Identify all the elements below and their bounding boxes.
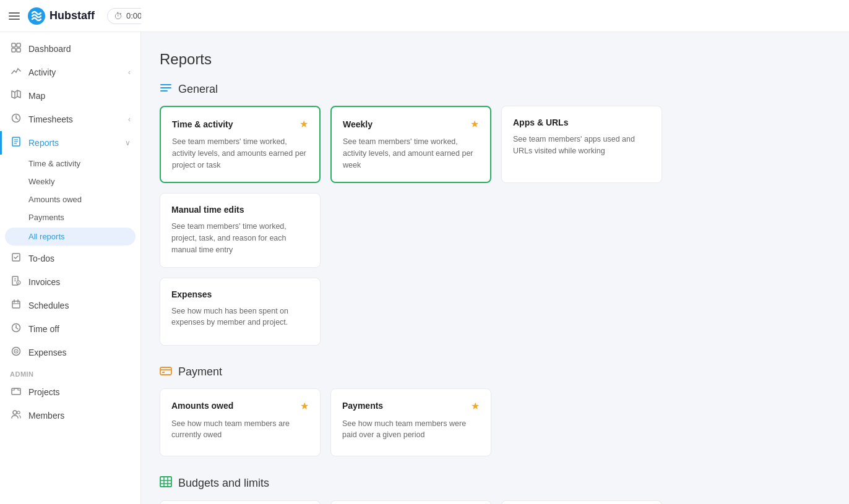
payment-section: Payment Amounts owed ★ See how much team… xyxy=(160,365,830,456)
general-section: General Time & activity ★ See team membe… xyxy=(160,83,830,346)
sidebar-item-activity[interactable]: Activity ‹ xyxy=(0,61,140,84)
svg-line-27 xyxy=(16,328,18,329)
svg-rect-39 xyxy=(162,372,165,373)
time-off-label: Time off xyxy=(28,324,59,334)
timesheets-chevron: ‹ xyxy=(128,115,131,124)
sidebar-item-reports[interactable]: Reports ∨ xyxy=(0,131,140,155)
svg-rect-40 xyxy=(160,477,171,487)
activity-chevron: ‹ xyxy=(128,68,131,77)
members-label: Members xyxy=(28,411,64,421)
sidebar: Dashboard Activity ‹ Map xyxy=(0,32,141,504)
top-bar: Hubstaff ⏱ 0:00:00 ↗ xyxy=(0,0,141,32)
sidebar-sub-payments[interactable]: Payments xyxy=(0,208,140,226)
budgets-section-icon xyxy=(160,476,172,490)
card-time-activity-star[interactable]: ★ xyxy=(300,118,308,130)
map-icon xyxy=(10,90,22,102)
card-weekly-header: Weekly ★ xyxy=(343,118,479,130)
card-amounts-owed-header: Amounts owed ★ xyxy=(171,400,309,412)
svg-point-33 xyxy=(17,411,20,414)
card-payments-header: Payments ★ xyxy=(342,400,480,412)
svg-rect-3 xyxy=(12,48,15,52)
general-section-icon xyxy=(160,83,172,96)
expenses-cards-grid: Expenses See how much has been spent on … xyxy=(160,278,830,346)
invoices-label: Invoices xyxy=(28,277,60,287)
card-expenses[interactable]: Expenses See how much has been spent on … xyxy=(160,278,321,346)
expenses-label: Expenses xyxy=(28,348,66,357)
card-amounts-owed[interactable]: Amounts owed ★ See how much team members… xyxy=(160,388,321,456)
timer-icon: ⏱ xyxy=(114,11,123,21)
expenses-icon xyxy=(10,346,22,359)
card-manual-time-desc: See team members' time worked, project, … xyxy=(171,221,309,255)
sub-time-activity-label: Time & activity xyxy=(28,159,80,168)
card-expenses-header: Expenses xyxy=(171,289,309,299)
svg-rect-4 xyxy=(17,48,20,52)
map-label: Map xyxy=(28,91,45,101)
budgets-cards-grid: Weekly limits See team members' weekly l… xyxy=(160,500,830,505)
sidebar-sub-amounts-owed[interactable]: Amounts owed xyxy=(0,190,140,208)
main-nav: Dashboard Activity ‹ Map xyxy=(0,32,140,432)
card-weekly[interactable]: Weekly ★ See team members' time worked, … xyxy=(330,106,491,183)
card-amounts-owed-title: Amounts owed xyxy=(171,401,233,411)
card-time-activity-header: Time & activity ★ xyxy=(172,118,308,130)
card-time-activity[interactable]: Time & activity ★ See team members' time… xyxy=(160,106,321,183)
card-manual-time[interactable]: Manual time edits See team members' time… xyxy=(160,193,321,267)
card-daily-limits[interactable]: Daily limits See team members' daily lim… xyxy=(330,500,491,505)
svg-marker-5 xyxy=(12,90,20,98)
card-apps-urls-header: Apps & URLs xyxy=(513,117,650,127)
sidebar-item-todos[interactable]: To-dos xyxy=(0,247,140,270)
time-off-icon xyxy=(10,323,22,335)
card-weekly-star[interactable]: ★ xyxy=(470,118,479,130)
card-time-activity-desc: See team members' time worked, activity … xyxy=(172,136,308,171)
sidebar-item-schedules[interactable]: Schedules xyxy=(0,294,140,317)
reports-label: Reports xyxy=(28,138,59,148)
sidebar-item-dashboard[interactable]: Dashboard xyxy=(0,37,140,61)
svg-rect-2 xyxy=(17,43,20,47)
members-icon xyxy=(10,409,22,422)
card-payments-star[interactable]: ★ xyxy=(471,400,480,412)
sidebar-item-projects[interactable]: Projects xyxy=(0,380,140,404)
budgets-section-title: Budgets and limits xyxy=(178,477,269,490)
sidebar-item-time-off[interactable]: Time off xyxy=(0,317,140,341)
todos-label: To-dos xyxy=(28,254,54,263)
card-payments-title: Payments xyxy=(342,401,383,411)
schedules-label: Schedules xyxy=(28,301,69,310)
sidebar-item-invoices[interactable]: $ Invoices xyxy=(0,270,140,294)
hamburger-menu[interactable] xyxy=(9,12,20,20)
sidebar-item-members[interactable]: Members xyxy=(0,404,140,427)
card-weekly-limits[interactable]: Weekly limits See team members' weekly l… xyxy=(160,500,321,505)
sidebar-sub-weekly[interactable]: Weekly xyxy=(0,173,140,190)
card-apps-urls-title: Apps & URLs xyxy=(513,117,568,127)
svg-rect-37 xyxy=(160,367,171,375)
budgets-section: Budgets and limits Weekly limits See tea… xyxy=(160,476,830,505)
card-payments[interactable]: Payments ★ See how much team members wer… xyxy=(330,388,491,456)
right-top-bar xyxy=(141,0,849,32)
timesheets-icon xyxy=(10,113,22,126)
sub-payments-label: Payments xyxy=(28,213,64,222)
svg-line-10 xyxy=(16,118,18,119)
activity-label: Activity xyxy=(28,67,56,77)
card-apps-urls[interactable]: Apps & URLs See team members' apps used … xyxy=(501,106,662,183)
general-section-header: General xyxy=(160,83,830,96)
sidebar-sub-all-reports[interactable]: All reports xyxy=(5,228,136,246)
sidebar-item-timesheets[interactable]: Timesheets ‹ xyxy=(0,108,140,131)
sidebar-item-map[interactable]: Map xyxy=(0,84,140,108)
card-time-activity-title: Time & activity xyxy=(172,119,233,129)
card-project-budgets[interactable]: Project budgets See how much of your pro… xyxy=(501,500,662,505)
payment-section-icon xyxy=(160,365,172,378)
general-section-title: General xyxy=(178,83,218,96)
card-apps-urls-desc: See team members' apps used and URLs vis… xyxy=(513,134,650,157)
card-amounts-owed-desc: See how much team members are currently … xyxy=(171,418,309,442)
admin-label: ADMIN xyxy=(0,364,140,380)
sidebar-sub-time-activity[interactable]: Time & activity xyxy=(0,155,140,173)
card-payments-desc: See how much team members were paid over… xyxy=(342,418,480,442)
svg-text:$: $ xyxy=(18,281,20,285)
logo: Hubstaff xyxy=(27,7,95,25)
card-amounts-owed-star[interactable]: ★ xyxy=(300,400,309,412)
card-weekly-title: Weekly xyxy=(343,119,373,129)
sub-weekly-label: Weekly xyxy=(28,177,54,186)
sidebar-item-expenses[interactable]: Expenses xyxy=(0,341,140,364)
sub-amounts-owed-label: Amounts owed xyxy=(28,195,82,204)
card-expenses-desc: See how much has been spent on expenses … xyxy=(171,305,309,329)
svg-rect-21 xyxy=(12,301,20,308)
todos-icon xyxy=(10,252,22,265)
